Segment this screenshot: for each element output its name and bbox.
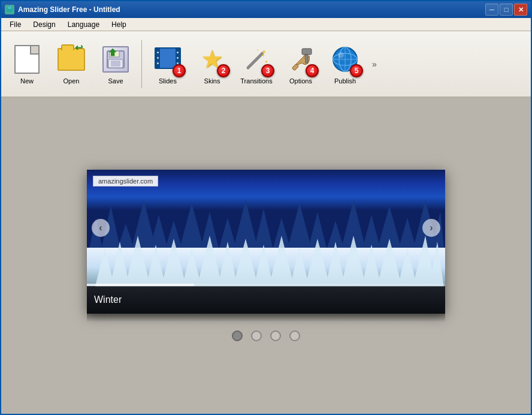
skins-button[interactable]: ★ 2 Skins (191, 35, 233, 92)
options-button[interactable]: 4 Options (280, 35, 322, 92)
publish-icon: 5 (330, 44, 361, 75)
save-icon (100, 44, 131, 75)
svg-line-7 (248, 53, 262, 68)
publish-label: Publish (334, 77, 356, 85)
svg-rect-6 (111, 61, 120, 67)
open-label: Open (64, 77, 80, 85)
main-content: amazingslider.com ‹ › Winter (1, 97, 531, 414)
open-arrow-icon: ↩ (75, 42, 83, 53)
slides-label: Slides (159, 77, 177, 85)
dot-1[interactable] (232, 330, 243, 341)
more-button[interactable]: » (368, 46, 380, 82)
new-button[interactable]: New (6, 35, 48, 92)
svg-rect-13 (302, 49, 312, 55)
options-badge: 4 (306, 64, 319, 77)
svg-text:✦: ✦ (256, 48, 259, 52)
transitions-button[interactable]: ✦ ✦ ✦ 3 Transitions (235, 35, 277, 92)
slides-badge: 1 (173, 64, 186, 77)
window-controls: ─ □ ✕ (485, 4, 527, 16)
dot-2[interactable] (251, 330, 262, 341)
menu-language[interactable]: Language (62, 19, 105, 30)
close-button[interactable]: ✕ (514, 4, 527, 16)
menu-file[interactable]: File (4, 19, 27, 30)
slider-frame: amazingslider.com ‹ › Winter (87, 170, 445, 314)
options-icon: 4 (285, 44, 316, 75)
dot-3[interactable] (270, 330, 281, 341)
transitions-icon: ✦ ✦ ✦ 3 (241, 44, 272, 75)
next-arrow[interactable]: › (422, 219, 440, 237)
slider-shadow (87, 314, 445, 322)
skins-icon: ★ 2 (197, 44, 228, 75)
prev-arrow[interactable]: ‹ (92, 219, 110, 237)
dot-4[interactable] (289, 330, 300, 341)
app-icon (5, 5, 14, 14)
open-icon: ↩ (56, 44, 87, 75)
open-button[interactable]: ↩ Open (50, 35, 92, 92)
dots-container (87, 330, 445, 341)
new-label: New (20, 77, 34, 85)
toolbar: New ↩ Open (1, 31, 531, 97)
svg-text:✦: ✦ (261, 53, 265, 58)
title-bar: Amazing Slider Free - Untitled ─ □ ✕ (1, 1, 531, 18)
slider-watermark: amazingslider.com (93, 176, 158, 187)
save-button[interactable]: Save (95, 35, 137, 92)
caption-bar: Winter (87, 286, 445, 314)
menu-help[interactable]: Help (105, 19, 132, 30)
menu-design[interactable]: Design (27, 19, 61, 30)
slides-button[interactable]: 1 Slides (147, 35, 189, 92)
app-window: Amazing Slider Free - Untitled ─ □ ✕ Fil… (0, 0, 532, 415)
menu-bar: File Design Language Help (1, 18, 531, 31)
transitions-badge: 3 (261, 64, 274, 77)
slider-preview: amazingslider.com ‹ › Winter (87, 170, 445, 341)
caption-text: Winter (94, 294, 122, 305)
publish-badge: 5 (350, 64, 363, 77)
svg-rect-14 (306, 55, 308, 63)
skins-badge: 2 (217, 64, 230, 77)
svg-rect-1 (8, 7, 11, 9)
skins-label: Skins (204, 77, 220, 85)
svg-point-20 (338, 52, 344, 58)
options-label: Options (289, 77, 312, 85)
toolbar-separator-1 (141, 40, 142, 88)
publish-button[interactable]: 5 Publish (324, 35, 366, 92)
svg-text:✦: ✦ (265, 60, 268, 64)
transitions-label: Transitions (240, 77, 272, 85)
new-icon (11, 44, 43, 75)
minimize-button[interactable]: ─ (485, 4, 498, 16)
maximize-button[interactable]: □ (500, 4, 513, 16)
save-label: Save (108, 77, 123, 85)
window-title: Amazing Slider Free - Untitled (18, 5, 485, 14)
slides-icon: 1 (152, 44, 183, 75)
